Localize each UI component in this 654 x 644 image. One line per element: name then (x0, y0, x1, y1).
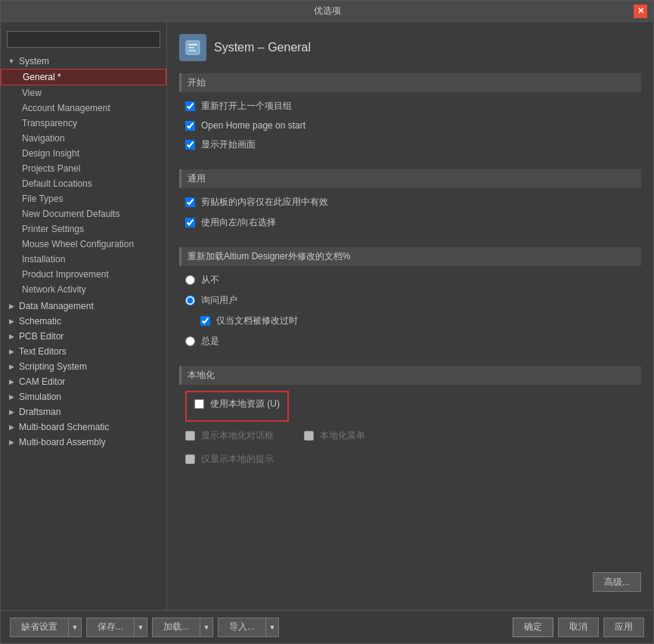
radio-row-never: 从不 (185, 272, 635, 288)
checkbox-show-local-hints[interactable] (185, 454, 195, 464)
section-reload-content: 从不 询问用户 仅当文档被修改过时 总是 (179, 272, 641, 349)
sidebar-item-navigation[interactable]: Navigation (1, 131, 166, 146)
ok-button[interactable]: 确定 (513, 618, 553, 637)
footer-right: 确定 取消 应用 (513, 618, 644, 637)
localization-row-1: 显示本地化对话框 本地化菜单 (185, 428, 635, 448)
section-general-content: 剪贴板的内容仅在此应用中有效 使用向左/向右选择 (179, 194, 641, 231)
radio-row-always: 总是 (185, 333, 635, 349)
sidebar-group-cam-header[interactable]: ▶ CAM Editor (1, 374, 166, 389)
svg-rect-3 (188, 50, 196, 51)
sidebar-group-draftsman-label: Draftsman (19, 407, 60, 417)
search-input[interactable] (7, 31, 160, 48)
content-area: System – General 开始 重新打开上一个项目组 Open Home… (167, 22, 653, 610)
save-dropdown[interactable]: ▼ (134, 618, 147, 637)
sidebar-group-schematic-header[interactable]: ▶ Schematic (1, 314, 166, 329)
missing-settings-button[interactable]: 缺省设置 (10, 618, 68, 637)
sidebar-group-system-label: System (19, 56, 49, 67)
sidebar-item-printer-settings[interactable]: Printer Settings (1, 221, 166, 237)
label-use-local: 使用本地资源 (U) (210, 398, 280, 410)
sidebar-item-product-improvement[interactable]: Product Improvement (1, 267, 166, 282)
sidebar-group-data-management-label: Data Management (19, 301, 94, 311)
sidebar-item-transparency[interactable]: Transparency (1, 116, 166, 131)
sidebar-group-multiboard-asm-label: Multi-board Assembly (19, 437, 106, 447)
label-show-local-hints: 仅显示本地的提示 (201, 453, 274, 466)
sidebar-item-account-management[interactable]: Account Management (1, 101, 166, 116)
import-button[interactable]: 导入... (218, 618, 265, 637)
sidebar-group-multiboard-asm-header[interactable]: ▶ Multi-board Assembly (1, 435, 166, 450)
save-group: 保存... ▼ (86, 618, 147, 637)
radio-never[interactable] (185, 275, 195, 285)
label-show-start: 显示开始画面 (201, 138, 256, 151)
sidebar-group-text-editors-header[interactable]: ▶ Text Editors (1, 344, 166, 359)
expand-icon-te: ▶ (7, 347, 16, 356)
svg-rect-1 (188, 44, 197, 45)
radio-row-ask-user: 询问用户 (185, 293, 635, 308)
checkbox-row-use-local: 使用本地资源 (U) (194, 396, 280, 412)
apply-button[interactable]: 应用 (603, 618, 644, 637)
import-dropdown[interactable]: ▼ (265, 618, 279, 637)
missing-settings-dropdown[interactable]: ▼ (68, 618, 82, 637)
checkbox-use-local[interactable] (194, 399, 204, 409)
sidebar-item-design-insight[interactable]: Design Insight (1, 146, 166, 161)
radio-always[interactable] (185, 336, 195, 346)
content-icon (179, 34, 206, 61)
checkbox-row-local-menu: 本地化菜单 (304, 428, 365, 444)
checkbox-leftright-select[interactable] (185, 218, 195, 228)
checkbox-clipboard[interactable] (185, 197, 195, 207)
sidebar-item-projects-panel[interactable]: Projects Panel (1, 161, 166, 176)
sidebar-group-text-editors-label: Text Editors (19, 346, 67, 357)
sidebar-item-new-doc-defaults[interactable]: New Document Defaults (1, 206, 166, 221)
sidebar-group-simulation-label: Simulation (19, 392, 61, 402)
checkbox-only-modified[interactable] (200, 316, 210, 326)
checkbox-row-show-local-hints: 仅显示本地的提示 (185, 451, 635, 467)
checkbox-open-homepage[interactable] (185, 121, 195, 131)
sidebar-group-simulation-header[interactable]: ▶ Simulation (1, 389, 166, 404)
sidebar-group-data-management-header[interactable]: ▶ Data Management (1, 299, 166, 314)
expand-icon-dm: ▶ (7, 302, 16, 311)
sidebar-item-mouse-wheel[interactable]: Mouse Wheel Configuration (1, 237, 166, 252)
sidebar-item-default-locations[interactable]: Default Locations (1, 176, 166, 191)
sidebar: ▼ System General * View Account Manageme… (1, 22, 167, 610)
checkbox-reopen-projects[interactable] (185, 101, 195, 111)
sidebar-item-file-types[interactable]: File Types (1, 191, 166, 206)
checkbox-show-localized-dialog[interactable] (185, 431, 195, 441)
sidebar-group-multiboard-sch-header[interactable]: ▶ Multi-board Schematic (1, 420, 166, 435)
save-button[interactable]: 保存... (86, 618, 134, 637)
sidebar-item-installation[interactable]: Installation (1, 252, 166, 267)
import-group: 导入... ▼ (218, 618, 279, 637)
expand-icon-sch: ▶ (7, 317, 16, 326)
section-localization-header: 本地化 (179, 366, 641, 385)
sidebar-group-multiboard-sch-label: Multi-board Schematic (19, 422, 109, 432)
footer-left: 缺省设置 ▼ 保存... ▼ 加载... ▼ 导入... ▼ (10, 618, 279, 637)
radio-ask-user[interactable] (185, 296, 195, 305)
load-dropdown[interactable]: ▼ (200, 618, 213, 637)
checkbox-local-menu[interactable] (304, 431, 314, 441)
sidebar-group-pcb-header[interactable]: ▶ PCB Editor (1, 329, 166, 344)
label-only-modified: 仅当文档被修改过时 (216, 314, 298, 327)
cancel-button[interactable]: 取消 (558, 618, 599, 637)
section-reload: 重新加载Altium Designer外修改的文档% 从不 询问用户 仅当文档被… (179, 247, 641, 354)
section-localization-content: 使用本地资源 (U) 显示本地化对话框 本地化菜单 (179, 391, 641, 467)
label-reopen-projects: 重新打开上一个项目组 (201, 100, 292, 113)
label-leftright-select: 使用向左/向右选择 (201, 216, 276, 229)
title-bar: 优选项 ✕ (1, 1, 653, 22)
checkbox-row-leftright-select: 使用向左/向右选择 (185, 215, 635, 231)
sidebar-group-draftsman-header[interactable]: ▶ Draftsman (1, 404, 166, 420)
checkbox-show-start[interactable] (185, 140, 195, 150)
expand-icon-sim: ▶ (7, 392, 16, 401)
content-header: System – General (179, 34, 641, 61)
sidebar-group-scripting-header[interactable]: ▶ Scripting System (1, 359, 166, 374)
section-localization: 本地化 使用本地资源 (U) 显示本地化对话框 (179, 366, 641, 472)
expand-icon-mbs: ▶ (7, 423, 16, 432)
load-button[interactable]: 加载... (152, 618, 200, 637)
checkbox-row-show-localized-dialog: 显示本地化对话框 (185, 428, 274, 444)
expand-icon-mba: ▶ (7, 438, 16, 447)
sidebar-item-general[interactable]: General * (1, 69, 166, 85)
advanced-button[interactable]: 高级... (593, 572, 641, 592)
close-button[interactable]: ✕ (634, 5, 647, 18)
sidebar-item-network-activity[interactable]: Network Activity (1, 282, 166, 297)
sidebar-group-system-header[interactable]: ▼ System (1, 54, 166, 69)
label-never: 从不 (201, 274, 219, 286)
advanced-btn-area: 高级... (593, 572, 641, 592)
sidebar-item-view[interactable]: View (1, 85, 166, 101)
